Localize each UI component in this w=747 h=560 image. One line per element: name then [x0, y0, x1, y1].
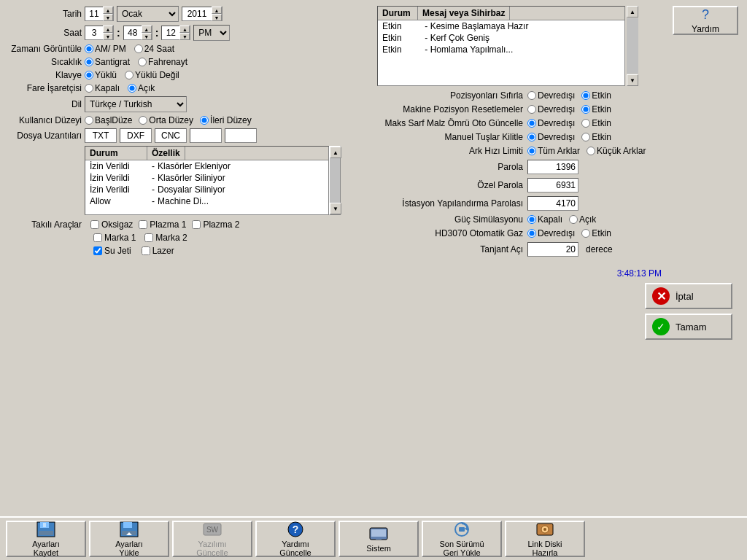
- year-input[interactable]: 2011: [182, 7, 212, 20]
- svg-rect-14: [376, 538, 382, 540]
- pozisyon-devre-radio[interactable]: [527, 91, 536, 100]
- guc-acik-radio[interactable]: [569, 215, 578, 224]
- marka2-checkbox[interactable]: [144, 233, 153, 242]
- day-down-btn[interactable]: ▼: [103, 14, 113, 21]
- maks-sarf-row: Maks Sarf Malz Ömrü Oto Güncelle Devredı…: [377, 118, 738, 128]
- second-down-btn[interactable]: ▼: [179, 33, 190, 40]
- ozel-parola-input[interactable]: 6931: [527, 178, 578, 192]
- guc-row: Güç Simülasyonu Kapalı Açık: [377, 214, 738, 225]
- perm-scrollbar[interactable]: ▲ ▼: [329, 146, 341, 215]
- svg-rect-5: [123, 522, 132, 528]
- message-list-section: Durum Mesaj veya Sihirbaz Etkin - Kesime…: [377, 6, 738, 86]
- permission-table: Durum Özellik İzin Verildi - Klasörler E…: [85, 146, 329, 215]
- perm-scroll-down[interactable]: ▼: [330, 203, 341, 214]
- makine-etkin-radio[interactable]: [581, 105, 590, 114]
- message-listbox: Durum Mesaj veya Sihirbaz Etkin - Kesime…: [377, 6, 625, 86]
- marka1-checkbox[interactable]: [93, 233, 102, 242]
- parola-input[interactable]: 1396: [527, 160, 578, 174]
- day-up-btn[interactable]: ▲: [103, 7, 113, 14]
- yardimi-guncelle-btn[interactable]: ? Yardımı Güncelle: [255, 521, 336, 557]
- zamani-24saat-radio[interactable]: [134, 44, 143, 53]
- second-input[interactable]: 12: [162, 26, 179, 39]
- msg-scroll-up[interactable]: ▲: [627, 6, 638, 18]
- pozisyon-etkin-radio[interactable]: [581, 91, 590, 100]
- sistem-label: Sistem: [366, 544, 391, 553]
- fare-kapali-radio[interactable]: [85, 84, 93, 93]
- ayarlari-kaydet-btn[interactable]: Ayarları Kaydet: [6, 521, 86, 557]
- iptal-label: İptal: [676, 291, 694, 302]
- second-up-btn[interactable]: ▲: [179, 26, 190, 33]
- hd3070-devre-radio[interactable]: [527, 229, 536, 238]
- hour-spinbox[interactable]: 3 ▲ ▼: [85, 26, 114, 40]
- kullanici-orta-radio[interactable]: [139, 116, 147, 125]
- dil-select[interactable]: Türkçe / Turkish: [85, 96, 187, 112]
- fare-acik-radio[interactable]: [128, 84, 136, 93]
- msg-col1-header: Durum: [378, 7, 418, 20]
- perm-col2-header: Özellik: [147, 147, 185, 160]
- year-up-btn[interactable]: ▲: [212, 7, 222, 14]
- year-spinbox[interactable]: 2011 ▲ ▼: [182, 7, 222, 21]
- ext1-input[interactable]: TXT: [85, 128, 117, 143]
- iptal-button[interactable]: ✕ İptal: [645, 283, 732, 309]
- msg-scroll-down[interactable]: ▼: [627, 74, 638, 86]
- perm-col1-header: Durum: [85, 147, 147, 160]
- klavye-yukludegil-radio[interactable]: [125, 71, 133, 79]
- ark-kucukarklar-radio[interactable]: [587, 147, 595, 155]
- ark-label: Ark Hızı Limiti: [377, 146, 523, 156]
- ext4-input[interactable]: [190, 128, 222, 143]
- plazma2-checkbox[interactable]: [192, 220, 201, 229]
- day-input[interactable]: 11: [85, 7, 103, 20]
- yazilimi-guncelle-btn[interactable]: SW Yazılımı Güncelle: [172, 521, 252, 557]
- sistem-btn[interactable]: Sistem: [338, 521, 419, 557]
- yardimi-guncelle-label: Yardımı Güncelle: [279, 540, 311, 557]
- hour-input[interactable]: 3: [85, 26, 103, 39]
- lazer-checkbox[interactable]: [142, 246, 150, 255]
- son-surumu-geri-yukle-btn[interactable]: Son Sürümü Geri Yükle: [422, 521, 502, 557]
- sujeti-checkbox[interactable]: [93, 246, 102, 255]
- sicaklik-santigrat-radio[interactable]: [85, 58, 93, 66]
- ampm-select[interactable]: PM AM: [193, 25, 230, 41]
- help-button[interactable]: ? Yardım: [673, 6, 738, 35]
- svg-rect-2: [39, 531, 53, 535]
- ayarlari-yukle-btn[interactable]: Ayarları Yükle: [89, 521, 169, 557]
- kullanici-ileri-radio[interactable]: [200, 116, 209, 125]
- hour-down-btn[interactable]: ▼: [103, 33, 113, 40]
- makine-devre-radio[interactable]: [527, 105, 536, 114]
- tanjant-input[interactable]: 20: [527, 242, 578, 257]
- link-disk-icon: [535, 521, 555, 538]
- day-spinbox[interactable]: 11 ▲ ▼: [85, 7, 114, 21]
- hour-up-btn[interactable]: ▲: [103, 26, 113, 33]
- minute-input[interactable]: 48: [124, 26, 142, 39]
- guc-kapali-radio[interactable]: [527, 215, 536, 224]
- msg-row-3: Etkin - Homlama Yapılmalı...: [378, 44, 624, 55]
- sicaklik-fahrenayt-radio[interactable]: [138, 58, 147, 66]
- tamam-button[interactable]: ✓ Tamam: [645, 314, 732, 340]
- minute-spinbox[interactable]: 48 ▲ ▼: [123, 26, 152, 40]
- maks-devre-radio[interactable]: [527, 119, 536, 128]
- perm-scroll-up[interactable]: ▲: [330, 147, 341, 158]
- hd3070-etkin-radio[interactable]: [581, 229, 590, 238]
- kullanici-radio-group: BaşlDüze Orta Düzey İleri Düzey: [85, 115, 252, 125]
- istasyon-input[interactable]: 4170: [527, 196, 578, 211]
- month-select[interactable]: Ocak: [117, 6, 179, 22]
- makine-row: Makine Pozisyon Resetlemeler Devredışı E…: [377, 104, 738, 114]
- klavye-yuklu-radio[interactable]: [85, 71, 93, 79]
- ext5-input[interactable]: [225, 128, 257, 143]
- ark-tumarklar-radio[interactable]: [527, 147, 536, 155]
- manuel-devre-radio[interactable]: [527, 133, 536, 141]
- link-diski-hazirla-btn[interactable]: Link Diski Hazırla: [505, 521, 585, 557]
- year-down-btn[interactable]: ▼: [212, 14, 222, 21]
- second-spinbox[interactable]: 12 ▲ ▼: [161, 26, 190, 40]
- istasyon-row: İstasyon Yapılandırma Parolası 4170: [377, 196, 738, 211]
- ext2-input[interactable]: DXF: [120, 128, 152, 143]
- manuel-etkin-radio[interactable]: [581, 133, 590, 141]
- plazma1-checkbox[interactable]: [139, 220, 147, 229]
- oksigaz-checkbox[interactable]: [90, 220, 99, 229]
- zamani-ampm-radio[interactable]: [85, 44, 93, 53]
- minute-down-btn[interactable]: ▼: [142, 33, 152, 40]
- kullanici-basldüze-radio[interactable]: [85, 116, 93, 125]
- maks-etkin-radio[interactable]: [581, 119, 590, 128]
- minute-up-btn[interactable]: ▲: [142, 26, 152, 33]
- ext3-input[interactable]: CNC: [155, 128, 187, 143]
- link-diski-label: Link Diski Hazırla: [527, 540, 562, 557]
